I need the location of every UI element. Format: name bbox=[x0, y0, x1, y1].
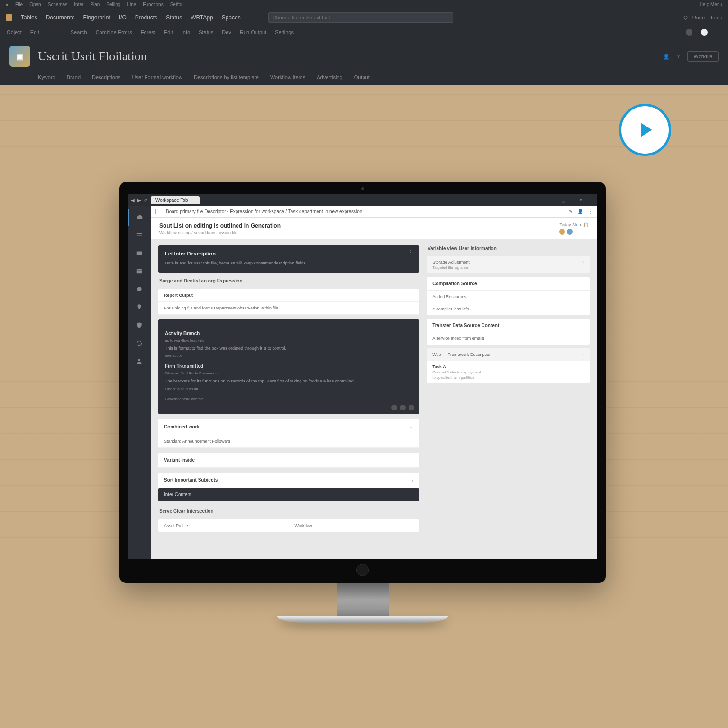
svg-rect-0 bbox=[137, 252, 142, 255]
tool-dev[interactable]: Dev bbox=[222, 29, 231, 35]
share-icon[interactable]: ⇪ bbox=[676, 54, 681, 60]
tab-status[interactable]: Status bbox=[166, 14, 182, 21]
framework-row[interactable]: Web — Framework Description › bbox=[427, 348, 590, 361]
tool-more-icon[interactable]: ⋮ bbox=[588, 209, 592, 214]
win-min-icon[interactable]: ▁ bbox=[561, 198, 567, 202]
menu-file[interactable]: File bbox=[15, 2, 23, 7]
tab-documents[interactable]: Documents bbox=[46, 14, 75, 21]
acc-combined-header[interactable]: Combined work ⌄ bbox=[158, 419, 419, 435]
tool-edit2[interactable]: Edit bbox=[164, 29, 173, 35]
sidebar-item-home[interactable] bbox=[128, 209, 151, 226]
card-action-2-icon[interactable] bbox=[400, 405, 406, 410]
tab-io[interactable]: I/O bbox=[119, 14, 127, 21]
acc-variant-label: Variant Inside bbox=[164, 457, 195, 463]
tool-edit[interactable]: Edit bbox=[30, 29, 39, 35]
transfer-row[interactable]: A service index from emails bbox=[427, 332, 590, 345]
compilation-head: Compilation Source bbox=[427, 277, 590, 291]
tab-products[interactable]: Products bbox=[135, 14, 157, 21]
subtab-descriptions[interactable]: Descriptions bbox=[92, 74, 121, 80]
sidebar-item-pin[interactable] bbox=[128, 299, 151, 316]
svg-point-3 bbox=[138, 359, 141, 361]
sidebar-item-sync[interactable] bbox=[128, 335, 151, 352]
sidebar-item-shield[interactable] bbox=[128, 317, 151, 334]
svg-rect-1 bbox=[137, 269, 142, 273]
subtab-keyword[interactable]: Kyword bbox=[38, 74, 55, 80]
menu-functions[interactable]: Functions bbox=[143, 2, 163, 7]
win-more-icon[interactable]: ⋯ bbox=[587, 198, 594, 202]
search-input[interactable] bbox=[268, 12, 453, 23]
subtab-workflow[interactable]: User Formal workflow bbox=[132, 74, 182, 80]
tool-info[interactable]: Info bbox=[182, 29, 190, 35]
tool-user-icon[interactable]: 👤 bbox=[577, 209, 583, 214]
storage-row[interactable]: Storage Adjustment Targeted file-log are… bbox=[427, 256, 590, 273]
tab-spaces[interactable]: Spaces bbox=[222, 14, 241, 21]
menubar: ● File Open Schemas Inter Plan Selling L… bbox=[0, 0, 728, 9]
menu-selling[interactable]: Selling bbox=[106, 2, 120, 7]
nav-back-icon[interactable]: ◀ bbox=[131, 198, 135, 203]
acc-sort-dark[interactable]: Inter Content bbox=[158, 488, 419, 501]
subtab-templates[interactable]: Descriptions by list template bbox=[194, 74, 259, 80]
nav-fwd-icon[interactable]: ▶ bbox=[137, 198, 141, 203]
search-icon[interactable]: Q bbox=[683, 15, 688, 20]
workfile-button[interactable]: Workfile bbox=[687, 51, 719, 62]
user-icon[interactable]: 👤 bbox=[663, 54, 670, 60]
tool-forest[interactable]: Forest bbox=[141, 29, 155, 35]
acc-sort-label: Sort Important Subjects bbox=[164, 477, 218, 482]
tool-paint-icon[interactable]: ✎ bbox=[569, 209, 573, 214]
win-max-icon[interactable]: □ bbox=[570, 198, 575, 202]
menu-plan[interactable]: Plan bbox=[90, 2, 100, 7]
undo-button[interactable]: Undo bbox=[692, 15, 705, 20]
tab-tables[interactable]: Tables bbox=[21, 14, 37, 21]
store-link[interactable]: Store bbox=[572, 222, 582, 227]
chevron-icon: › bbox=[582, 260, 584, 270]
menu-open[interactable]: Open bbox=[29, 2, 41, 7]
tab-wrtapp[interactable]: WRTApp bbox=[191, 14, 213, 21]
sidebar-item-clock[interactable] bbox=[128, 281, 151, 298]
acc-variant-header[interactable]: Variant Inside bbox=[158, 453, 419, 468]
menu-schemas[interactable]: Schemas bbox=[48, 2, 68, 7]
menu-inter[interactable]: Inter bbox=[74, 2, 83, 7]
setup-head: Serve Clear Intersection bbox=[158, 506, 419, 515]
menu-setfor[interactable]: Setfor bbox=[170, 2, 183, 7]
compilation-r2[interactable]: A compiler less info bbox=[427, 303, 590, 315]
tool-search[interactable]: Search bbox=[71, 29, 87, 35]
menu-help[interactable]: Help Menu bbox=[700, 2, 722, 7]
badge-1 bbox=[559, 229, 565, 235]
sub-nav: Kyword Brand Descriptions User Formal wo… bbox=[0, 74, 728, 85]
sidebar-item-calendar[interactable] bbox=[128, 263, 151, 280]
card-more-icon[interactable]: ⋮ bbox=[408, 249, 414, 256]
notifications-icon[interactable]: ⋯ bbox=[716, 29, 721, 36]
items-button[interactable]: Items bbox=[710, 15, 722, 20]
setup-asset[interactable]: Asset Profile bbox=[158, 519, 289, 532]
subtab-items[interactable]: Workflow items bbox=[270, 74, 305, 80]
acc-sort-header[interactable]: Sort Important Subjects › bbox=[158, 473, 419, 488]
subtab-brand[interactable]: Brand bbox=[67, 74, 81, 80]
win-close-icon[interactable]: ✕ bbox=[578, 198, 584, 202]
compilation-r1[interactable]: Added Resources bbox=[427, 291, 590, 303]
acc-combined-row[interactable]: Standard Announcement Followers bbox=[158, 435, 419, 448]
firm-small: Finder is held on all. bbox=[165, 387, 412, 391]
card-action-1-icon[interactable] bbox=[391, 405, 397, 410]
card-action-3-icon[interactable] bbox=[409, 405, 414, 410]
tool-object[interactable]: Object bbox=[7, 29, 22, 35]
tool-run[interactable]: Run Output bbox=[240, 29, 266, 35]
sidebar-item-menu[interactable] bbox=[128, 227, 151, 244]
menu-line[interactable]: Line bbox=[127, 2, 136, 7]
tool-combine[interactable]: Combine Errors bbox=[96, 29, 132, 35]
tool-status[interactable]: Status bbox=[199, 29, 213, 35]
tab-fingerprint[interactable]: Fingerprint bbox=[83, 14, 110, 21]
avatar[interactable] bbox=[701, 29, 708, 36]
setup-workflow[interactable]: Workflow bbox=[289, 519, 419, 532]
subtab-output[interactable]: Output bbox=[354, 74, 370, 80]
chevron-right-icon: › bbox=[411, 477, 413, 483]
tool-settings[interactable]: Settings bbox=[275, 29, 294, 35]
sidebar-item-card[interactable] bbox=[128, 245, 151, 262]
framework-task: Task A bbox=[432, 364, 446, 369]
browser-tab[interactable]: Workspace Tab bbox=[151, 196, 200, 204]
nav-reload-icon[interactable]: ⟳ bbox=[144, 198, 148, 203]
checkbox-icon[interactable] bbox=[155, 209, 161, 214]
home-button[interactable] bbox=[356, 564, 369, 576]
apple-icon: ● bbox=[6, 2, 9, 7]
subtab-advertising[interactable]: Advertising bbox=[317, 74, 342, 80]
sidebar-item-user[interactable] bbox=[128, 353, 151, 370]
